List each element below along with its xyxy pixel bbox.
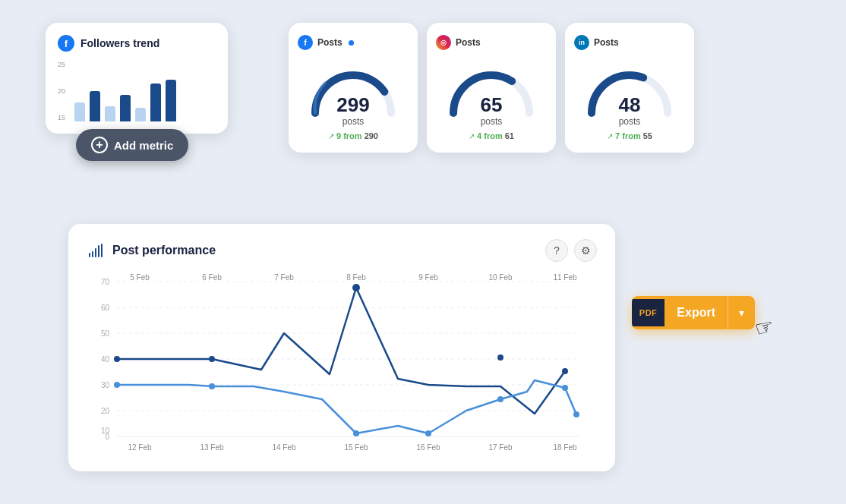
facebook-platform-icon: f bbox=[298, 35, 313, 50]
bars-container bbox=[58, 61, 216, 121]
bar bbox=[135, 108, 146, 121]
ig-card-header: ◎ Posts bbox=[436, 35, 547, 50]
svg-text:18 Feb: 18 Feb bbox=[553, 443, 577, 452]
plus-circle-icon: + bbox=[91, 137, 108, 153]
svg-text:30: 30 bbox=[101, 381, 110, 389]
fb-unit: posts bbox=[298, 116, 409, 127]
performance-controls: ? ⚙ bbox=[545, 239, 597, 262]
fb-change: ↗ 9 from 290 bbox=[298, 131, 409, 140]
li-value: 48 bbox=[619, 95, 641, 115]
trend-up-icon: ↗ bbox=[328, 132, 334, 140]
trend-up-icon: ↗ bbox=[469, 132, 475, 140]
ig-unit: posts bbox=[436, 116, 547, 127]
instagram-posts-card: ◎ Posts 65 posts ↗ 4 from 61 bbox=[427, 23, 556, 153]
add-metric-label: Add metric bbox=[114, 139, 173, 152]
li-card-header: in Posts bbox=[574, 35, 685, 50]
svg-text:9 Feb: 9 Feb bbox=[418, 274, 438, 282]
ig-change: ↗ 4 from 61 bbox=[436, 131, 547, 140]
facebook-posts-card: f Posts 299 posts ↗ 9 from 290 bbox=[289, 23, 418, 153]
li-gauge: 48 bbox=[580, 56, 679, 113]
fb-change-num: 9 from bbox=[336, 131, 362, 140]
metric-active-dot bbox=[349, 40, 354, 46]
fb-value: 299 bbox=[336, 95, 369, 115]
svg-text:5 Feb: 5 Feb bbox=[130, 274, 150, 282]
performance-icon bbox=[87, 241, 105, 260]
fb-card-label: Posts bbox=[317, 37, 343, 48]
performance-chart-svg: 70 60 50 40 30 20 10 0 5 Feb 6 Feb 7 Feb… bbox=[87, 274, 597, 456]
add-metric-button[interactable]: + Add metric bbox=[76, 129, 188, 161]
cursor-pointer: ☞ bbox=[752, 313, 777, 342]
svg-text:7 Feb: 7 Feb bbox=[274, 274, 294, 282]
svg-text:15 Feb: 15 Feb bbox=[344, 443, 368, 452]
svg-text:8 Feb: 8 Feb bbox=[346, 274, 366, 282]
export-pdf-label: PDF bbox=[632, 299, 665, 326]
svg-point-32 bbox=[497, 354, 503, 361]
svg-text:11 Feb: 11 Feb bbox=[553, 274, 577, 282]
svg-text:12 Feb: 12 Feb bbox=[128, 443, 152, 452]
ig-value: 65 bbox=[481, 95, 503, 115]
post-performance-card: Post performance ? ⚙ 70 60 50 40 30 20 1… bbox=[68, 224, 615, 471]
followers-trend-card: f Followers trend 25 20 15 bbox=[46, 23, 228, 134]
svg-point-37 bbox=[425, 430, 431, 436]
instagram-platform-icon: ◎ bbox=[436, 35, 451, 50]
svg-point-40 bbox=[573, 411, 579, 417]
bar bbox=[166, 80, 176, 121]
svg-point-39 bbox=[562, 385, 568, 391]
svg-point-33 bbox=[562, 368, 568, 374]
svg-point-30 bbox=[209, 356, 215, 362]
svg-text:70: 70 bbox=[101, 278, 110, 286]
followers-card-title: Followers trend bbox=[80, 37, 159, 49]
svg-point-34 bbox=[114, 382, 120, 388]
bar bbox=[90, 91, 100, 121]
fb-card-header: f Posts bbox=[298, 35, 409, 50]
li-card-label: Posts bbox=[594, 37, 619, 48]
svg-text:6 Feb: 6 Feb bbox=[202, 274, 222, 282]
svg-text:20: 20 bbox=[101, 407, 110, 415]
performance-chart: 70 60 50 40 30 20 10 0 5 Feb 6 Feb 7 Feb… bbox=[87, 274, 597, 456]
export-chevron-icon: ▾ bbox=[728, 298, 755, 328]
posts-metrics-row: f Posts 299 posts ↗ 9 from 290 ◎ Posts bbox=[289, 23, 694, 153]
svg-text:16 Feb: 16 Feb bbox=[416, 443, 440, 452]
ig-gauge: 65 bbox=[442, 56, 541, 113]
fb-change-base: 290 bbox=[365, 131, 378, 140]
followers-chart-area: 25 20 15 bbox=[58, 61, 216, 121]
ig-card-label: Posts bbox=[456, 37, 481, 48]
li-change: ↗ 7 from 55 bbox=[574, 131, 685, 140]
bar bbox=[120, 95, 131, 121]
facebook-icon: f bbox=[58, 35, 74, 52]
export-button[interactable]: PDF Export ▾ bbox=[632, 296, 755, 329]
svg-point-35 bbox=[209, 383, 215, 389]
performance-title: Post performance bbox=[112, 244, 216, 257]
svg-point-29 bbox=[114, 356, 120, 362]
trend-up-icon: ↗ bbox=[607, 132, 613, 140]
svg-text:60: 60 bbox=[101, 304, 110, 312]
li-change-num: 7 from bbox=[615, 131, 641, 140]
svg-text:13 Feb: 13 Feb bbox=[200, 443, 224, 452]
ig-change-base: 61 bbox=[505, 131, 514, 140]
svg-point-31 bbox=[352, 284, 360, 291]
svg-point-36 bbox=[353, 430, 359, 436]
fb-gauge: 299 bbox=[304, 56, 402, 113]
linkedin-posts-card: in Posts 48 posts ↗ 7 from 55 bbox=[565, 23, 694, 153]
li-unit: posts bbox=[574, 116, 685, 127]
y-axis-labels: 25 20 15 bbox=[58, 61, 65, 121]
help-button[interactable]: ? bbox=[545, 239, 568, 262]
svg-point-38 bbox=[497, 396, 503, 402]
linkedin-platform-icon: in bbox=[574, 35, 589, 50]
li-change-base: 55 bbox=[643, 131, 652, 140]
ig-change-num: 4 from bbox=[477, 131, 503, 140]
svg-text:10 Feb: 10 Feb bbox=[488, 274, 513, 282]
export-label: Export bbox=[664, 297, 728, 329]
svg-text:14 Feb: 14 Feb bbox=[272, 443, 296, 452]
performance-title-wrap: Post performance bbox=[87, 241, 216, 260]
bar bbox=[150, 83, 161, 121]
svg-text:50: 50 bbox=[101, 329, 110, 338]
svg-text:40: 40 bbox=[101, 355, 110, 364]
settings-button[interactable]: ⚙ bbox=[574, 239, 597, 262]
bar bbox=[74, 102, 85, 121]
followers-card-header: f Followers trend bbox=[58, 35, 216, 52]
performance-header: Post performance ? ⚙ bbox=[87, 239, 597, 262]
svg-text:0: 0 bbox=[105, 433, 109, 441]
bar bbox=[105, 106, 115, 121]
svg-text:17 Feb: 17 Feb bbox=[488, 443, 513, 452]
